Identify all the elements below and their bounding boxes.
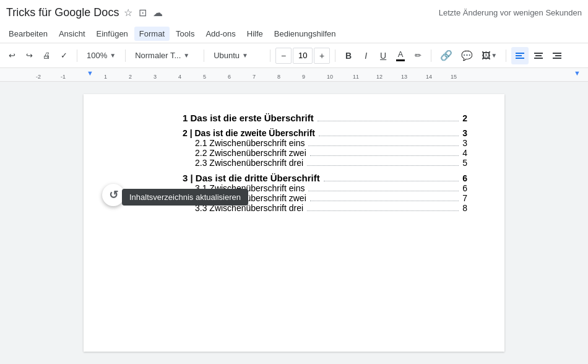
undo-button[interactable]: ↩	[4, 47, 20, 64]
italic-button[interactable]: I	[358, 47, 374, 64]
toc-h3-2-3-page: 5	[462, 158, 467, 168]
ruler-marker-3: 3	[153, 74, 157, 80]
toc-h1-3-page: 6	[462, 173, 467, 183]
menu-tools[interactable]: Tools	[171, 27, 199, 41]
toc-tooltip-wrapper: ↺ Inhaltsverzeichnis aktualisieren	[102, 184, 248, 206]
toc-dots-2-2	[310, 155, 459, 156]
link-button[interactable]: 🔗	[436, 47, 456, 64]
menu-ansicht[interactable]: Ansicht	[54, 27, 90, 41]
menu-bedienungshilfen[interactable]: Bedienungshilfen	[269, 27, 341, 41]
svg-rect-2	[516, 58, 524, 59]
align-left-button[interactable]	[511, 47, 529, 64]
toc-row-h3-2-3: 2.3 Zwischenüberschrift drei 5	[183, 158, 467, 168]
toc-h3-3-1-page: 6	[462, 183, 467, 193]
menu-addons[interactable]: Add-ons	[201, 27, 240, 41]
ruler-marker-2: 2	[129, 74, 132, 80]
svg-rect-6	[553, 53, 561, 54]
toc-section-1: 1 Das ist die erste Überschrift 2	[183, 113, 467, 123]
sep6	[431, 50, 431, 62]
menu-bar: Bearbeiten Ansicht Einfügen Format Tools…	[0, 25, 588, 43]
image-chevron: ▼	[491, 52, 497, 59]
ruler-marker-12: 12	[376, 74, 383, 80]
style-chevron: ▼	[183, 52, 189, 59]
toc-h3-2-2-label[interactable]: 2.2 Zwischenüberschrift zwei	[195, 148, 306, 158]
toc-h3-2-1-label[interactable]: 2.1 Zwischenüberschrift eins	[195, 138, 305, 148]
toolbar: ↩ ↪ 🖨 ✓ 100% ▼ Normaler T... ▼ Ubuntu ▼ …	[0, 43, 588, 68]
ruler-inner: -2 -1 ▼ 1 2 3 4 5 6 7 8 9 10 11 12 13 14…	[5, 68, 583, 81]
ruler-marker-4: 4	[178, 74, 181, 80]
toc-dots-3-2	[310, 201, 459, 201]
sep5	[335, 50, 335, 62]
toc-h3-2-2-page: 4	[462, 148, 467, 158]
star-icon[interactable]: ☆	[124, 7, 132, 19]
toc-row-h2-2: 2 | Das ist die zweite Überschrift 3	[183, 128, 467, 138]
sep7	[506, 50, 506, 62]
toc-dots-2-3	[307, 165, 459, 166]
bold-button[interactable]: B	[340, 47, 357, 64]
toc-h3-3-2-page: 7	[462, 193, 467, 203]
underline-button[interactable]: U	[375, 47, 391, 64]
title-bar: Tricks für Google Docs ☆ ⊡ ☁ Letzte Ände…	[0, 0, 588, 25]
insert-group: 🔗 💬 🖼 ▼	[436, 47, 501, 64]
ruler-marker-neg2: -2	[36, 74, 41, 80]
toc-section-2: 2 | Das ist die zweite Überschrift 3 2.1…	[183, 128, 467, 168]
ruler-marker-15: 15	[451, 74, 457, 80]
align-center-button[interactable]	[530, 47, 547, 64]
right-indent-marker[interactable]: ▼	[574, 69, 581, 77]
ruler-marker-14: 14	[426, 74, 432, 80]
toc-h2-2-label[interactable]: 2 | Das ist die zweite Überschrift	[183, 128, 315, 138]
font-select[interactable]: Ubuntu ▼	[209, 47, 265, 64]
sep4	[270, 50, 270, 62]
sep1	[77, 50, 77, 62]
folder-icon[interactable]: ⊡	[139, 7, 147, 19]
menu-format[interactable]: Format	[134, 27, 170, 41]
ruler-marker-neg1: -1	[61, 74, 66, 80]
toc-row-h3-2-2: 2.2 Zwischenüberschrift zwei 4	[183, 148, 467, 158]
svg-rect-8	[553, 58, 561, 59]
toc-tooltip: Inhaltsverzeichnis aktualisieren	[122, 189, 248, 206]
toc-h3-2-1-page: 3	[462, 138, 467, 148]
sep2	[125, 50, 126, 62]
refresh-icon: ↺	[109, 188, 118, 202]
print-button[interactable]: 🖨	[38, 47, 54, 64]
menu-bearbeiten[interactable]: Bearbeiten	[4, 27, 53, 41]
font-size-increase[interactable]: +	[314, 48, 330, 64]
svg-rect-4	[535, 55, 542, 56]
toc-h1-3-label[interactable]: 3 | Das ist die dritte Überschrift	[183, 173, 320, 183]
menu-hilfe[interactable]: Hilfe	[242, 27, 268, 41]
toc-dots-1	[318, 121, 459, 121]
document-area[interactable]: ↺ Inhaltsverzeichnis aktualisieren 1 Das…	[0, 82, 588, 364]
ruler: -2 -1 ▼ 1 2 3 4 5 6 7 8 9 10 11 12 13 14…	[0, 68, 588, 82]
comment-button[interactable]: 💬	[457, 47, 477, 64]
ruler-marker-13: 13	[401, 74, 407, 80]
redo-button[interactable]: ↪	[21, 47, 37, 64]
ruler-marker-6: 6	[228, 74, 231, 80]
font-size-input[interactable]	[293, 48, 313, 64]
align-right-button[interactable]	[548, 47, 566, 64]
toc-dots-3	[324, 181, 459, 181]
document-page: ↺ Inhaltsverzeichnis aktualisieren 1 Das…	[84, 94, 504, 352]
style-select[interactable]: Normaler T... ▼	[131, 47, 199, 64]
toc-h3-2-3-label[interactable]: 2.3 Zwischenüberschrift drei	[195, 158, 303, 168]
toc-refresh-button[interactable]: ↺	[102, 184, 124, 206]
ruler-marker-10: 10	[327, 74, 333, 80]
ruler-marker-11: 11	[353, 74, 359, 80]
toc-dots-3-3	[307, 210, 459, 211]
text-color-button[interactable]: A	[392, 47, 409, 64]
zoom-select[interactable]: 100% ▼	[82, 47, 120, 64]
save-status: Letzte Änderung vor wenigen Sekunden	[439, 8, 582, 17]
title-icons: ☆ ⊡ ☁	[124, 7, 163, 19]
text-format-group: B I U A ✏	[340, 47, 426, 64]
font-size-decrease[interactable]: −	[275, 48, 292, 64]
toc-row-h1-3: 3 | Das ist die dritte Überschrift 6	[183, 173, 467, 183]
toc-row-h1-1: 1 Das ist die erste Überschrift 2	[183, 113, 467, 123]
highlight-button[interactable]: ✏	[410, 47, 426, 64]
toc-dots-2-1	[308, 145, 459, 146]
image-button[interactable]: 🖼 ▼	[478, 47, 501, 64]
spellcheck-button[interactable]: ✓	[56, 47, 72, 64]
zoom-chevron: ▼	[110, 52, 116, 59]
menu-einfuegen[interactable]: Einfügen	[92, 27, 133, 41]
ruler-marker-8: 8	[277, 74, 280, 80]
toc-h1-1-label[interactable]: 1 Das ist die erste Überschrift	[183, 113, 314, 123]
indent-marker[interactable]: ▼	[87, 69, 93, 77]
